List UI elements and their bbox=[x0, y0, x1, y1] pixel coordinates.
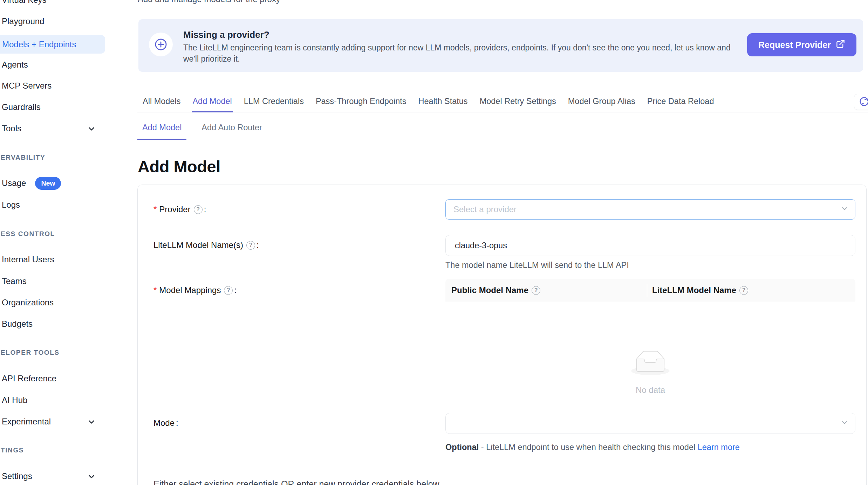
tab-model-group-alias[interactable]: Model Group Alias bbox=[567, 97, 636, 112]
page-subtitle: Add and manage models for the proxy bbox=[138, 0, 280, 4]
model-name-label: LiteLLM Model Name(s) ? : bbox=[153, 235, 259, 255]
sidebar-item-ai-hub[interactable]: AI Hub bbox=[2, 392, 131, 409]
model-mappings-label: * Model Mappings ? : bbox=[153, 280, 237, 300]
subtab-add-model[interactable]: Add Model bbox=[137, 116, 186, 140]
model-name-input[interactable] bbox=[446, 241, 855, 250]
mode-select[interactable] bbox=[445, 413, 855, 434]
sidebar-item-budgets[interactable]: Budgets bbox=[2, 316, 131, 332]
sidebar-item-mcp-servers[interactable]: MCP Servers bbox=[2, 77, 131, 94]
sidebar-item-usage[interactable]: Usage New bbox=[2, 175, 131, 192]
sidebar-section-access-control: ESS CONTROL bbox=[1, 230, 55, 238]
mode-label: Mode : bbox=[153, 413, 178, 433]
provider-placeholder: Select a provider bbox=[446, 205, 517, 214]
model-name-input-wrap bbox=[445, 235, 855, 256]
banner-body: The LiteLLM engineering team is constant… bbox=[183, 42, 742, 64]
tab-price-data-reload[interactable]: Price Data Reload bbox=[647, 97, 715, 112]
question-circle-icon[interactable]: ? bbox=[224, 286, 233, 295]
column-litellm-model-name: LiteLLM Model Name ? bbox=[647, 285, 748, 295]
external-link-icon bbox=[836, 39, 845, 51]
missing-provider-banner: Missing a provider? The LiteLLM engineer… bbox=[138, 19, 863, 72]
question-circle-icon[interactable]: ? bbox=[532, 286, 540, 295]
sidebar-item-label: Guardrails bbox=[2, 102, 41, 112]
mode-helper-text: - LiteLLM endpoint to use when health ch… bbox=[479, 443, 697, 452]
provider-select[interactable]: Select a provider bbox=[445, 199, 855, 220]
required-asterisk: * bbox=[153, 205, 157, 214]
sidebar-item-virtual-keys[interactable]: Virtual Keys bbox=[2, 0, 131, 8]
column-label: Public Model Name bbox=[451, 285, 528, 295]
model-name-label-text: LiteLLM Model Name(s) bbox=[153, 240, 243, 250]
sidebar-item-label: Virtual Keys bbox=[2, 0, 47, 5]
tab-add-model[interactable]: Add Model bbox=[192, 97, 232, 112]
chevron-down-icon bbox=[87, 472, 96, 483]
sidebar-item-label: Experimental bbox=[2, 417, 51, 427]
sidebar-item-label: MCP Servers bbox=[2, 81, 52, 91]
label-colon: : bbox=[234, 285, 237, 295]
plus-circle-icon bbox=[149, 33, 173, 56]
subtab-add-auto-router[interactable]: Add Auto Router bbox=[197, 116, 267, 140]
header-divider bbox=[647, 284, 647, 297]
sidebar-item-agents[interactable]: Agents bbox=[2, 56, 131, 73]
question-circle-icon[interactable]: ? bbox=[739, 286, 748, 295]
label-colon: : bbox=[257, 240, 259, 250]
chevron-down-icon bbox=[87, 417, 96, 429]
sidebar-item-experimental[interactable]: Experimental bbox=[2, 413, 131, 430]
sidebar-item-label: Models + Endpoints bbox=[2, 40, 76, 49]
add-model-form-card: * Provider ? : Select a provider LiteLLM… bbox=[137, 185, 867, 485]
litellm-admin-page: Virtual Keys Playground Models + Endpoin… bbox=[0, 0, 868, 485]
mode-label-text: Mode bbox=[153, 418, 175, 428]
main-content: Add and manage models for the proxy Miss… bbox=[137, 0, 868, 485]
sidebar-item-label: Agents bbox=[2, 60, 28, 70]
sidebar-section-developer-tools: ELOPER TOOLS bbox=[1, 348, 60, 357]
model-mappings-label-text: Model Mappings bbox=[159, 285, 221, 295]
sidebar-item-settings[interactable]: Settings bbox=[2, 468, 131, 485]
sidebar-item-guardrails[interactable]: Guardrails bbox=[2, 99, 131, 116]
question-circle-icon[interactable]: ? bbox=[246, 241, 255, 250]
sidebar-section-settings: TINGS bbox=[1, 446, 24, 455]
question-circle-icon[interactable]: ? bbox=[194, 205, 203, 214]
mappings-table-header: Public Model Name ? LiteLLM Model Name ? bbox=[445, 279, 855, 302]
sidebar: Virtual Keys Playground Models + Endpoin… bbox=[0, 0, 137, 485]
page-title: Add Model bbox=[138, 157, 220, 176]
tab-health-status[interactable]: Health Status bbox=[418, 97, 469, 112]
chevron-down-icon bbox=[840, 205, 849, 214]
sidebar-item-teams[interactable]: Teams bbox=[2, 273, 131, 290]
sidebar-item-label: Logs bbox=[2, 200, 20, 210]
provider-label-text: Provider bbox=[159, 205, 190, 214]
sidebar-item-label: API Reference bbox=[2, 374, 56, 383]
model-name-helper: The model name LiteLLM will send to the … bbox=[445, 261, 629, 270]
request-provider-button[interactable]: Request Provider bbox=[747, 33, 856, 56]
sidebar-item-logs[interactable]: Logs bbox=[2, 196, 131, 213]
no-data-text: No data bbox=[445, 385, 855, 395]
tab-all-models[interactable]: All Models bbox=[142, 97, 181, 112]
sidebar-item-tools[interactable]: Tools bbox=[2, 120, 131, 137]
label-colon: : bbox=[204, 205, 206, 214]
model-mappings-table: Public Model Name ? LiteLLM Model Name ?… bbox=[445, 279, 855, 411]
chevron-down-icon bbox=[840, 418, 849, 428]
sidebar-item-label: Tools bbox=[2, 124, 21, 133]
label-colon: : bbox=[176, 418, 178, 428]
column-label: LiteLLM Model Name bbox=[652, 285, 736, 295]
tab-pass-through-endpoints[interactable]: Pass-Through Endpoints bbox=[315, 97, 407, 112]
banner-title: Missing a provider? bbox=[183, 29, 269, 40]
sidebar-item-label: Teams bbox=[2, 276, 27, 286]
request-provider-label: Request Provider bbox=[758, 40, 831, 50]
sidebar-item-label: Usage bbox=[2, 178, 26, 188]
mappings-empty-state: No data bbox=[445, 302, 855, 411]
learn-more-link[interactable]: Learn more bbox=[698, 443, 740, 452]
sidebar-item-label: Organizations bbox=[2, 298, 54, 307]
sidebar-item-label: Playground bbox=[2, 16, 44, 26]
tab-model-retry-settings[interactable]: Model Retry Settings bbox=[479, 97, 557, 112]
sidebar-item-organizations[interactable]: Organizations bbox=[2, 294, 131, 311]
sidebar-item-label: Budgets bbox=[2, 319, 33, 329]
sidebar-item-api-reference[interactable]: API Reference bbox=[2, 370, 131, 387]
refresh-button[interactable] bbox=[854, 94, 868, 110]
empty-inbox-icon bbox=[631, 351, 670, 377]
sidebar-item-models-endpoints[interactable]: Models + Endpoints bbox=[0, 35, 105, 54]
new-badge: New bbox=[35, 177, 61, 190]
models-tabs: All Models Add Model LLM Credentials Pas… bbox=[137, 92, 868, 112]
sidebar-section-observability: ERVABILITY bbox=[1, 153, 45, 162]
sidebar-item-internal-users[interactable]: Internal Users bbox=[2, 251, 131, 268]
sidebar-item-playground[interactable]: Playground bbox=[2, 13, 131, 30]
tab-llm-credentials[interactable]: LLM Credentials bbox=[243, 97, 305, 112]
chevron-down-icon bbox=[87, 124, 96, 136]
